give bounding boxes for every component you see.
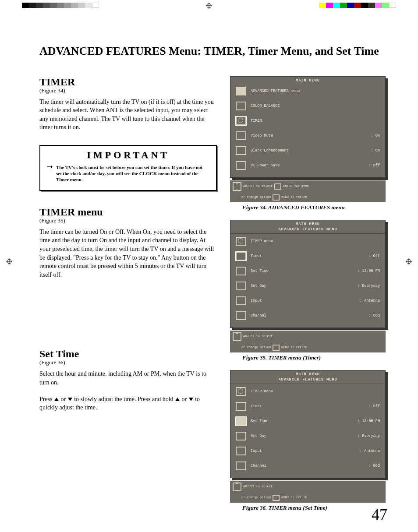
osd-item: TIMER menu [251,240,380,243]
osd-value: : Everyday [358,434,380,438]
menu-icon [236,402,246,411]
dpad-icon [233,332,241,341]
menu-icon [236,432,246,440]
body-text: The timer can be turned On or Off. When … [39,228,217,279]
menu-icon [236,131,246,140]
figure-ref: (Figure 34) [39,87,217,94]
section-heading-set-time: Set Time [39,348,217,360]
osd-item: Timer [251,405,364,409]
section-heading-timer: TIMER [39,76,217,88]
cmyk-bar-left [22,3,99,8]
osd-item: PC Power Save [251,164,364,168]
osd-item: Set Day [251,284,353,288]
important-callout: IMPORTANT The TV's clock must be set bef… [39,145,217,191]
menu-icon [236,161,246,170]
menu-icon [273,345,280,351]
menu-icon [236,462,246,470]
dpad-icon [233,483,241,491]
important-heading: IMPORTANT [40,146,216,162]
body-text: Select the hour and minute, including AM… [39,370,217,387]
osd-item: TIMER menu [251,390,380,394]
menu-icon [236,282,246,290]
osd-title: MAIN MENU [230,370,385,378]
menu-icon [236,447,246,455]
important-text: The TV's clock must be set before you ca… [56,165,202,183]
osd-value: : 12:00 PM [358,269,380,273]
menu-icon [236,102,246,110]
menu-icon [236,267,246,275]
osd-item: Input [251,299,355,303]
menu-icon [236,146,246,155]
print-color-bars [0,0,418,11]
osd-item: Timer [251,254,364,258]
osd-item: Channel [251,464,364,468]
clock-icon [236,237,246,246]
osd-help-bar: ADJUST to select or change option MENU t… [230,331,386,352]
enter-icon [274,183,281,190]
section-heading-timer-menu: TIMER menu [39,206,217,218]
osd-value: : 003 [368,464,380,468]
clock-icon [236,116,246,125]
important-body: The TV's clock must be set before you ca… [40,162,216,190]
figure-caption: Figure 34. ADVANCED FEATURES menu [242,204,386,211]
svg-marker-10 [51,165,53,169]
osd-value: : 003 [368,314,380,318]
arrow-up-icon [54,398,59,401]
osd-value: : Everyday [358,284,380,288]
clock-icon [236,387,246,396]
osd-value: : Off [368,254,380,258]
osd-title: MAIN MENU [230,220,385,228]
osd-item: Set Time [251,419,353,423]
arrow-down-icon [68,398,72,401]
menu-icon [273,194,280,201]
osd-item: Video Mute [251,134,367,138]
figure-caption: Figure 35. TIMER menu (Timer) [242,354,386,361]
page-number: 47 [372,505,387,524]
osd-screenshot-fig36: MAIN MENU ADVANCED FEATURES MENU TIMER m… [230,370,386,503]
osd-value: : Antenna [360,299,380,303]
osd-item: Channel [251,314,364,318]
osd-screenshot-fig35: MAIN MENU ADVANCED FEATURES MENU TIMER m… [230,220,386,352]
arrow-up-icon [175,398,180,401]
menu-icon [236,87,246,95]
menu-icon [236,296,246,305]
arrow-down-icon [189,398,193,401]
osd-value: : On [371,149,380,153]
osd-item: Black Enhancement [251,149,367,153]
figure-ref: (Figure 36) [39,359,217,366]
registration-mark-icon [206,3,212,9]
cmyk-bar-right [319,3,396,8]
menu-icon [236,417,246,426]
osd-title: MAIN MENU [230,77,385,84]
menu-icon [236,252,246,261]
menu-icon [273,495,280,501]
body-text: Press or to slowly adjust the time. Pres… [39,395,217,412]
figure-caption: Figure 36. TIMER menu (Set Time) [242,504,386,511]
osd-item: COLOR BALANCE [251,104,380,108]
osd-value: : Off [368,405,380,409]
osd-item: Set Day [251,434,353,438]
osd-value: : 12:00 PM [358,419,380,423]
dpad-icon [233,182,241,191]
osd-subtitle: ADVANCED FEATURES MENU [230,228,385,234]
osd-value: : On [371,134,380,138]
osd-value: : Antenna [360,449,380,453]
body-text: The timer will automatically turn the TV… [39,98,217,132]
figure-ref: (Figure 35) [39,217,217,224]
osd-help-bar: ADJUST to select or change option MENU t… [230,481,386,503]
osd-item: ADVANCED FEATURES menu [251,89,380,93]
osd-item: Input [251,449,355,453]
osd-item: TIMER [251,119,380,123]
menu-icon [236,311,246,320]
arrow-right-icon [47,164,53,169]
osd-screenshot-fig34: MAIN MENU ADVANCED FEATURES menu COLOR B… [230,76,386,203]
page-title: ADVANCED FEATURES Menu: TIMER, Timer Men… [39,44,390,59]
osd-value: : Off [368,164,380,168]
osd-help-bar: ADJUST to select ENTER for menu or chang… [230,180,386,202]
osd-subtitle: ADVANCED FEATURES MENU [230,378,385,384]
osd-item: Set Time [251,269,353,273]
